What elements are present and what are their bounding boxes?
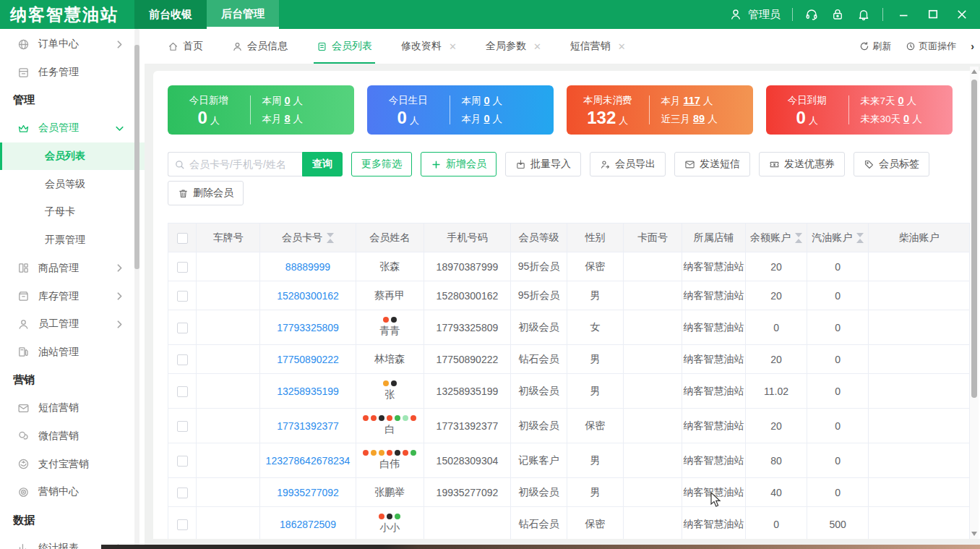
tab-label: 会员信息 — [247, 40, 288, 53]
column-header-card[interactable]: 会员卡号 — [260, 224, 356, 252]
row-checkbox[interactable] — [177, 386, 188, 397]
row-checkbox[interactable] — [177, 262, 188, 273]
stat-card-0: 今日新增0人本周0人本月8人 — [168, 85, 354, 135]
stat-row-number[interactable]: 117 — [684, 95, 700, 106]
tab-5[interactable]: 短信营销✕ — [570, 29, 626, 64]
stat-row-number[interactable]: 0 — [285, 95, 291, 106]
sidebar-scrollbar[interactable] — [134, 29, 139, 549]
refresh-button[interactable]: 刷新 — [859, 40, 891, 53]
tab-close-icon[interactable]: ✕ — [533, 41, 541, 52]
headset-icon[interactable] — [804, 7, 819, 22]
tab-4[interactable]: 全局参数✕ — [486, 29, 541, 64]
tab-1[interactable]: 会员信息 — [232, 29, 288, 64]
column-header-gas[interactable]: 汽油账户 — [807, 224, 869, 252]
nav-backend-admin[interactable]: 后台管理 — [207, 0, 279, 29]
row-checkbox[interactable] — [177, 421, 188, 432]
row-checkbox[interactable] — [177, 488, 188, 498]
tabbar: 首页会员信息会员列表修改资料✕全局参数✕短信营销✕ 刷新 页面操作 › — [145, 29, 980, 64]
scroll-down-icon[interactable] — [971, 532, 977, 536]
cell-card: 17750890222 — [260, 345, 356, 374]
stat-row-number[interactable]: 89 — [693, 113, 705, 124]
cell-card: 17793325809 — [260, 310, 356, 345]
member-card-link[interactable]: 1862872509 — [280, 519, 336, 530]
sidebar-item-13[interactable]: 短信营销 — [0, 394, 145, 422]
maximize-button[interactable] — [927, 8, 940, 21]
row-checkbox[interactable] — [177, 456, 188, 467]
stat-row-number[interactable]: 0 — [898, 95, 904, 106]
cell-diesel — [869, 345, 970, 374]
toolbar-button-批量导入[interactable]: 批量导入 — [505, 152, 581, 176]
toolbar-button-删除会员[interactable]: 删除会员 — [168, 181, 244, 205]
column-header-balance[interactable]: 余额账户 — [746, 224, 807, 252]
query-button[interactable]: 查询 — [302, 152, 343, 176]
topnav: 前台收银 后台管理 — [134, 0, 279, 29]
content-scrollbar-thumb[interactable] — [971, 80, 977, 398]
toolbar-button-发送优惠券[interactable]: 发送优惠券 — [759, 152, 845, 176]
stat-card-row: 本周0人 — [462, 95, 554, 108]
lock-icon[interactable] — [830, 7, 845, 22]
chevron-right-icon[interactable]: › — [971, 41, 974, 52]
sidebar-item-11[interactable]: 油站管理 — [0, 339, 145, 367]
sidebar-item-0[interactable]: 订单中心 — [0, 30, 145, 59]
cell-balance: 20 — [746, 252, 807, 281]
sort-icon[interactable] — [327, 233, 334, 243]
row-checkbox[interactable] — [177, 354, 188, 365]
member-card-link[interactable]: 88889999 — [285, 261, 330, 273]
stat-row-number[interactable]: 8 — [285, 113, 291, 124]
sidebar-item-4[interactable]: 会员列表 — [0, 142, 145, 171]
sidebar-item-15[interactable]: 支付宝营销 — [0, 450, 145, 478]
stat-row-number[interactable]: 0 — [484, 113, 490, 124]
page-ops-button[interactable]: 页面操作 — [906, 40, 956, 53]
row-checkbox[interactable] — [177, 323, 188, 333]
toolbar-button-会员导出[interactable]: 会员导出 — [590, 152, 666, 176]
bell-icon[interactable] — [856, 7, 871, 22]
row-checkbox[interactable] — [177, 291, 188, 302]
tab-close-icon[interactable]: ✕ — [618, 41, 626, 52]
sidebar-scrollbar-thumb[interactable] — [134, 45, 139, 269]
tab-0[interactable]: 首页 — [168, 29, 203, 64]
stat-row-number[interactable]: 0 — [484, 95, 490, 106]
scroll-up-icon[interactable] — [971, 69, 977, 74]
member-card-link[interactable]: 17731392377 — [277, 420, 339, 432]
sort-icon[interactable] — [856, 233, 864, 243]
stat-row-number[interactable]: 0 — [903, 113, 909, 124]
tab-3[interactable]: 修改资料✕ — [401, 29, 457, 64]
member-card-link[interactable]: 19935277092 — [277, 487, 339, 498]
tab-2[interactable]: 会员列表 — [317, 29, 372, 64]
close-button[interactable] — [955, 8, 968, 21]
sidebar-item-1[interactable]: 任务管理 — [0, 59, 145, 87]
member-card-link[interactable]: 17750890222 — [277, 354, 339, 365]
stat-card-breakdown: 本月117人近三月89人 — [650, 95, 753, 126]
sidebar-item-9[interactable]: 库存管理 — [0, 282, 145, 310]
member-card-link[interactable]: 15280300162 — [277, 290, 339, 302]
sidebar-item-14[interactable]: 微信营销 — [0, 422, 145, 451]
toolbar-button-更多筛选[interactable]: 更多筛选 — [351, 152, 412, 176]
toolbar-button-发送短信[interactable]: 发送短信 — [674, 152, 750, 176]
cell-face — [624, 478, 682, 507]
toolbar-button-会员标签[interactable]: 会员标签 — [854, 152, 929, 176]
content-scrollbar[interactable] — [970, 67, 979, 539]
member-card-link[interactable]: 123278642678234 — [266, 455, 351, 467]
sort-icon[interactable] — [795, 233, 802, 243]
member-card-link[interactable]: 17793325809 — [277, 322, 339, 333]
sidebar-item-10[interactable]: 员工管理 — [0, 310, 145, 339]
sidebar-item-6[interactable]: 子母卡 — [0, 198, 145, 226]
member-name: 蔡再甲 — [356, 289, 424, 302]
user-menu[interactable]: 管理员 — [728, 7, 781, 22]
toolbar-button-新增会员[interactable]: 新增会员 — [421, 152, 497, 176]
search-input[interactable] — [189, 158, 296, 170]
sidebar-item-3[interactable]: 会员管理 — [0, 114, 145, 142]
sidebar-item-8[interactable]: 商品管理 — [0, 255, 145, 283]
sidebar-item-16[interactable]: 营销中心 — [0, 478, 145, 506]
select-all-checkbox[interactable] — [177, 233, 188, 244]
cell-gender: 男 — [567, 478, 624, 507]
row-checkbox[interactable] — [177, 519, 188, 530]
cell-plate — [197, 252, 260, 281]
nav-front-cashier[interactable]: 前台收银 — [134, 0, 207, 29]
cell-name: 张鹏举 — [356, 478, 424, 507]
minimize-button[interactable] — [898, 8, 911, 21]
tab-close-icon[interactable]: ✕ — [449, 41, 457, 52]
member-card-link[interactable]: 13258935199 — [277, 386, 339, 397]
sidebar-item-7[interactable]: 开票管理 — [0, 226, 145, 255]
sidebar-item-5[interactable]: 会员等级 — [0, 170, 145, 198]
